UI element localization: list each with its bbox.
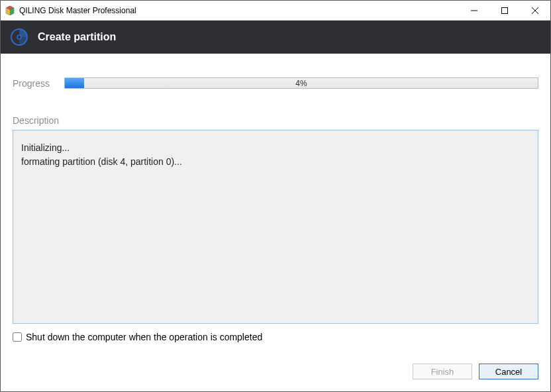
progress-row: Progress 4% xyxy=(13,77,538,89)
finish-button: Finish xyxy=(413,364,472,379)
maximize-button[interactable] xyxy=(489,1,520,21)
shutdown-checkbox-row[interactable]: Shut down the computer when the operatio… xyxy=(13,332,538,342)
window-title: QILING Disk Master Professional xyxy=(19,6,136,15)
content-area: Progress 4% Description Initializing... … xyxy=(1,54,550,354)
partition-icon xyxy=(10,28,28,46)
progress-bar: 4% xyxy=(64,77,538,89)
shutdown-checkbox[interactable] xyxy=(13,332,22,342)
minimize-button[interactable] xyxy=(459,1,489,21)
operation-title: Create partition xyxy=(38,31,116,43)
log-line: Initializing... xyxy=(21,141,530,155)
cancel-button[interactable]: Cancel xyxy=(479,364,538,379)
progress-label: Progress xyxy=(13,78,64,89)
log-line: formating partition (disk 4, partition 0… xyxy=(21,155,530,169)
operation-header: Create partition xyxy=(1,21,550,54)
description-label: Description xyxy=(13,115,538,126)
svg-rect-5 xyxy=(502,7,508,13)
description-box: Initializing... formating partition (dis… xyxy=(13,130,538,324)
progress-text: 4% xyxy=(65,78,538,88)
close-button[interactable] xyxy=(520,1,550,21)
app-icon xyxy=(5,5,15,16)
svg-point-9 xyxy=(17,35,21,39)
button-row: Finish Cancel xyxy=(1,354,550,391)
titlebar: QILING Disk Master Professional xyxy=(1,1,550,21)
shutdown-label: Shut down the computer when the operatio… xyxy=(26,332,262,342)
